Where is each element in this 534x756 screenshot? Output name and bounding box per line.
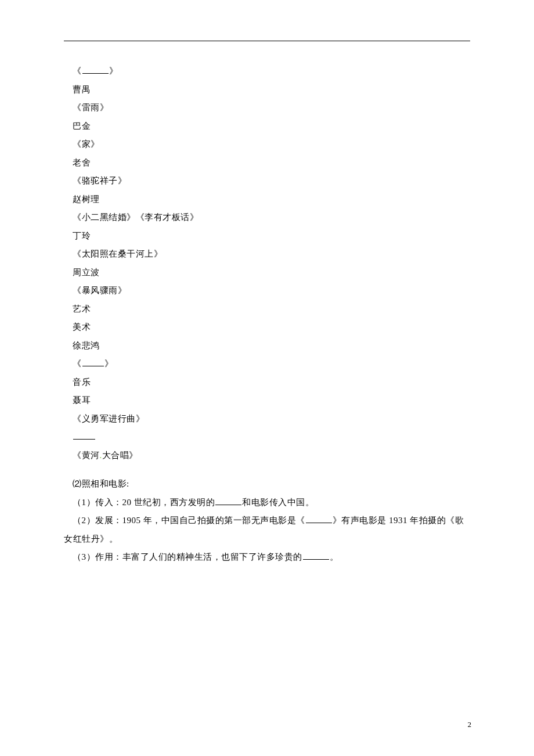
text: （3）作用：丰富了人们的精神生活，也留下了许多珍贵的 xyxy=(73,552,302,561)
text: 《骆驼祥子》 xyxy=(73,176,127,185)
vertical-gap xyxy=(64,465,470,475)
text: 》 xyxy=(109,66,118,75)
text: 徐悲鸿 xyxy=(73,341,100,350)
text: 《义勇军进行曲》 xyxy=(73,414,145,423)
text: 《小二黑结婚》《李有才板话》 xyxy=(73,213,199,222)
fill-blank[interactable] xyxy=(82,65,109,74)
text: 《太阳照在桑干河上》 xyxy=(73,249,163,258)
text-line: 丁玲 xyxy=(64,227,470,246)
text-line: 老舍 xyxy=(64,154,470,172)
text-line: （3）作用：丰富了人们的精神生活，也留下了许多珍贵的。 xyxy=(64,548,470,567)
text-line: 艺术 xyxy=(64,300,470,319)
text-line: 《暴风骤雨》 xyxy=(64,282,470,300)
text: 《暴风骤雨》 xyxy=(73,286,127,295)
text-line: 曹禺 xyxy=(64,81,470,99)
text-line: 《家》 xyxy=(64,135,470,154)
text: 》有声电影是 1931 年拍摄的《歌 xyxy=(333,516,464,525)
text-line: 《》 xyxy=(64,62,470,81)
text-line: 聂耳 xyxy=(64,391,470,410)
text-line: 《雷雨》 xyxy=(64,99,470,117)
text: 《 xyxy=(73,359,82,368)
text-line: 周立波 xyxy=(64,264,470,282)
fill-blank[interactable] xyxy=(306,514,332,523)
fill-blank[interactable] xyxy=(82,358,104,366)
text-line: 美术 xyxy=(64,318,470,337)
text-line: 徐悲鸿 xyxy=(64,337,470,355)
text-line: 《太阳照在桑干河上》 xyxy=(64,245,470,264)
text-line: ⑵照相和电影: xyxy=(64,475,470,494)
text: 》 xyxy=(104,359,114,368)
text-line: （1）传入：20 世纪初，西方发明的和电影传入中国。 xyxy=(64,494,470,512)
fill-blank[interactable] xyxy=(73,431,95,440)
text-line: 女红牡丹》。 xyxy=(64,530,470,549)
text: （1）传入：20 世纪初，西方发明的 xyxy=(73,498,215,507)
document-page: 《》 曹禺 《雷雨》 巴金 《家》 老舍 《骆驼祥子》 赵树理 《小二黑结婚》《… xyxy=(0,0,534,567)
text-line xyxy=(64,428,470,447)
text: 周立波 xyxy=(73,268,100,277)
text: 《黄河 xyxy=(73,451,100,460)
text: 《 xyxy=(73,66,82,75)
text: 音乐 xyxy=(73,377,91,387)
text-line: 巴金 xyxy=(64,117,470,136)
text-line: 《义勇军进行曲》 xyxy=(64,410,470,429)
text-line: （2）发展：1905 年，中国自己拍摄的第一部无声电影是《》有声电影是 1931… xyxy=(64,512,470,530)
text: 《雷雨》 xyxy=(73,103,109,112)
text-line: 赵树理 xyxy=(64,190,470,209)
text: 巴金 xyxy=(73,121,91,131)
top-horizontal-rule xyxy=(64,41,470,41)
text: （2）发展：1905 年，中国自己拍摄的第一部无声电影是《 xyxy=(73,516,305,525)
fill-blank[interactable] xyxy=(303,551,329,560)
text: 和电影传入中国。 xyxy=(242,498,314,507)
text: 。 xyxy=(330,552,339,561)
text: 赵树理 xyxy=(73,195,100,204)
text-line: 《》 xyxy=(64,355,470,373)
text: 聂耳 xyxy=(73,395,91,405)
page-number: 2 xyxy=(468,720,472,729)
text-line: 《骆驼祥子》 xyxy=(64,172,470,190)
text: 《家》 xyxy=(73,139,100,149)
text: ⑵照相和电影: xyxy=(73,479,129,488)
text: 老舍 xyxy=(73,158,91,167)
text: 大合唱》 xyxy=(102,451,138,460)
text: 艺术 xyxy=(73,304,91,314)
text: 美术 xyxy=(73,322,91,332)
text: 曹禺 xyxy=(73,85,91,94)
text-line: 音乐 xyxy=(64,373,470,392)
text: 丁玲 xyxy=(73,231,91,240)
text: 女红牡丹》。 xyxy=(64,534,118,543)
text-line: 《小二黑结婚》《李有才板话》 xyxy=(64,208,470,227)
fill-blank[interactable] xyxy=(215,496,241,505)
text-line: 《黄河.大合唱》 xyxy=(64,447,470,465)
